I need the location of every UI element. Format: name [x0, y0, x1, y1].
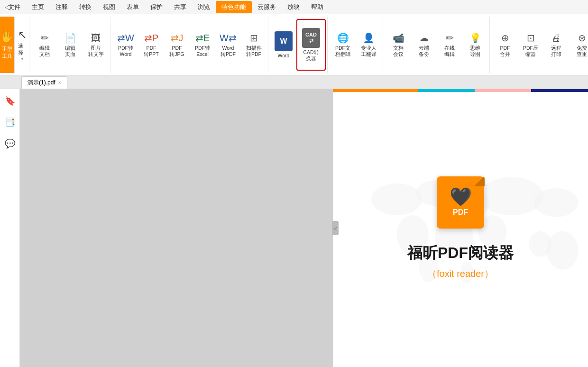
meeting-icon: 📹 — [393, 32, 404, 44]
menu-home[interactable]: 主页 — [26, 1, 50, 13]
translation-group: 🌐 PDF文档翻译 👤 专业人工翻译 — [329, 17, 383, 73]
pdf-word-label: PDF转Word — [118, 45, 133, 57]
menu-protect[interactable]: 保护 — [145, 1, 168, 13]
select-dropdown-icon: ▼ — [20, 56, 25, 61]
img-text-icon: 🖼 — [91, 33, 101, 44]
human-translate-icon: 👤 — [363, 32, 375, 44]
pdf-to-word-button[interactable]: ⇄W PDF转Word — [113, 17, 138, 73]
pdf-to-excel-button[interactable]: ⇄E PDF转Excel — [190, 17, 215, 73]
scan-pdf-label: 扫描件转PDF — [246, 45, 262, 57]
pdf-compress-icon: ⊡ — [527, 32, 535, 44]
edit-doc-icon: ✏ — [41, 32, 49, 44]
cad-converter-button[interactable]: CAD⇄ CAD转换器 — [298, 21, 324, 69]
tab-close-button[interactable]: × — [58, 80, 61, 85]
menu-special[interactable]: 特色功能 — [216, 1, 252, 13]
pdf-compress-button[interactable]: ⊡ PDF压缩器 — [518, 17, 543, 73]
word-to-pdf-button[interactable]: W⇄ Word转PDF — [215, 17, 241, 73]
edit-doc-label: 编辑文档 — [39, 45, 50, 57]
cad-icon: CAD⇄ — [302, 28, 320, 48]
pdf-jpg-icon: ⇄J — [171, 32, 184, 44]
mind-label: 思维导图 — [470, 45, 480, 57]
pdf-jpg-label: PDF转JPG — [169, 45, 184, 57]
menu-browse[interactable]: 浏览 — [192, 1, 216, 13]
online-edit-icon: ✏ — [446, 32, 454, 44]
pdf-ppt-label: PDF转PPT — [144, 45, 158, 57]
free-check-button[interactable]: ⊛ 免费查重 — [569, 17, 588, 73]
word-pdf-icon: W⇄ — [220, 32, 237, 44]
main-content: ◁ 🖤 — [20, 89, 588, 367]
edit-doc-button[interactable]: ✏ 编辑文档 — [32, 17, 57, 73]
thumbnail-icon: 📑 — [5, 117, 15, 128]
cloud-backup-button[interactable]: ☁ 云端备份 — [411, 17, 437, 73]
cad-conv-label: CAD转换器 — [303, 49, 319, 61]
word-cad-group: W Word CAD⇄ CAD转换器 — [269, 17, 328, 73]
menu-convert[interactable]: 转换 — [74, 1, 97, 13]
hand-tool-button[interactable]: ✋ 手型工具 — [0, 17, 15, 73]
advertisement-panel: 🖤 PDF 福昕PDF阅读器 （foxit reader） — [333, 89, 588, 367]
img-text-label: 图片转文字 — [88, 45, 104, 57]
pdf-ppt-icon: ⇄P — [144, 32, 158, 44]
pdf-viewer[interactable]: ◁ — [20, 89, 333, 367]
ad-sub-title: （foxit reader） — [427, 267, 494, 280]
scan-pdf-icon: ⊞ — [250, 32, 258, 44]
cloud-icon: ☁ — [419, 32, 429, 44]
meeting-button[interactable]: 📹 文档会议 — [386, 17, 411, 73]
select-tool-label: 选择 — [18, 42, 27, 56]
menu-help[interactable]: 帮助 — [305, 1, 329, 13]
remote-print-label: 远程打印 — [551, 45, 561, 57]
online-edit-button[interactable]: ✏ 在线编辑 — [437, 17, 462, 73]
cad-highlight-box: CAD⇄ CAD转换器 — [296, 19, 326, 71]
edit-page-label: 编辑页面 — [65, 45, 75, 57]
page-thumbnail-button[interactable]: 📑 — [3, 115, 17, 129]
remote-print-button[interactable]: 🖨 远程打印 — [543, 17, 569, 73]
pdf-merge-icon: ⊕ — [501, 32, 509, 44]
comment-panel-button[interactable]: 💬 — [3, 137, 17, 151]
edit-page-icon: 📄 — [64, 32, 76, 44]
menu-form[interactable]: 表单 — [121, 1, 145, 13]
human-translate-button[interactable]: 👤 专业人工翻译 — [356, 17, 381, 73]
pdf-to-jpg-button[interactable]: ⇄J PDF转JPG — [164, 17, 190, 73]
pdf-icon-heart: 🖤 — [450, 188, 472, 206]
menu-cloud[interactable]: 云服务 — [252, 1, 282, 13]
mind-icon: 💡 — [469, 32, 481, 44]
bookmark-panel-button[interactable]: 🔖 — [3, 94, 17, 108]
left-sidebar: 🔖 📑 💬 — [0, 89, 20, 367]
collab-group: 📹 文档会议 ☁ 云端备份 ✏ 在线编辑 💡 思维导图 — [384, 17, 490, 73]
ad-content-block: 🖤 PDF 福昕PDF阅读器 （foxit reader） — [407, 176, 514, 280]
select-tool-button[interactable]: ↖ 选择 ▼ — [16, 17, 29, 73]
pdf-excel-icon: ⇄E — [195, 32, 210, 44]
word-pdf-label: Word转PDF — [220, 45, 236, 57]
hand-tool-label: 手型工具 — [2, 46, 12, 59]
pdf-app-icon: 🖤 PDF — [437, 176, 484, 229]
pdf-icon-text-label: PDF — [453, 208, 468, 217]
document-tab[interactable]: 演示(1).pdf × — [21, 76, 67, 89]
ribbon-toolbar: ✋ 手型工具 ↖ 选择 ▼ ✏ 编辑文档 📄 编辑页面 🖼 图片转文字 ⇄W P… — [0, 14, 588, 76]
scan-to-pdf-button[interactable]: ⊞ 扫描件转PDF — [241, 17, 266, 73]
pdf-merge-button[interactable]: ⊕ PDF合并 — [492, 17, 518, 73]
word-conv-icon: W — [275, 31, 293, 51]
menu-share[interactable]: 共享 — [168, 1, 192, 13]
svg-point-4 — [534, 188, 579, 217]
pdf-translate-button[interactable]: 🌐 PDF文档翻译 — [330, 17, 356, 73]
mind-map-button[interactable]: 💡 思维导图 — [462, 17, 488, 73]
word-converter-button[interactable]: W Word — [271, 17, 296, 73]
human-translate-label: 专业人工翻译 — [361, 45, 377, 57]
pdf-translate-icon: 🌐 — [337, 32, 349, 44]
tab-bar: ◁ 演示(1).pdf × — [0, 76, 588, 89]
menu-bar: 文件 主页 注释 转换 视图 表单 保护 共享 浏览 特色功能 云服务 放映 帮… — [0, 0, 588, 14]
bookmark-icon: 🔖 — [5, 96, 15, 106]
hand-icon: ✋ — [0, 30, 14, 44]
edit-page-button[interactable]: 📄 编辑页面 — [57, 17, 83, 73]
word-conv-label: Word — [278, 53, 290, 59]
tab-filename: 演示(1).pdf — [28, 79, 55, 87]
menu-present[interactable]: 放映 — [282, 1, 305, 13]
img-to-text-button[interactable]: 🖼 图片转文字 — [83, 17, 109, 73]
pdf-tools-group: ⊕ PDF合并 ⊡ PDF压缩器 🖨 远程打印 ⊛ 免费查重 — [491, 17, 588, 73]
pdf-word-icon: ⇄W — [117, 32, 134, 44]
menu-annotate[interactable]: 注释 — [50, 1, 74, 13]
pdf-translate-label: PDF文档翻译 — [335, 45, 351, 57]
panel-collapse-arrow[interactable]: ◁ — [332, 221, 339, 235]
menu-view[interactable]: 视图 — [97, 1, 121, 13]
pdf-to-ppt-button[interactable]: ⇄P PDF转PPT — [138, 17, 164, 73]
pdf-excel-label: PDF转Excel — [195, 45, 210, 57]
